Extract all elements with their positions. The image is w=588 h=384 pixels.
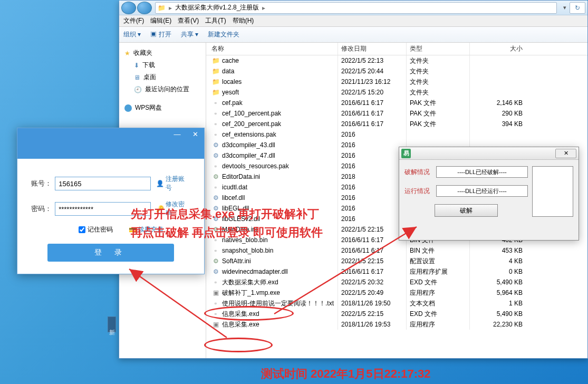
login-button[interactable]: 登 录	[47, 244, 174, 262]
menu-help[interactable]: 帮助(H)	[233, 16, 254, 25]
file-date: 2022/1/5 22:13	[338, 55, 407, 66]
dll-icon: ⚙	[211, 267, 220, 276]
close-button[interactable]: ✕	[186, 128, 204, 140]
file-row[interactable]: ▫使用说明-使用前说一定要阅读！！！.txt2018/11/26 19:50文本…	[206, 298, 587, 309]
address-dropdown[interactable]: ▾	[560, 4, 570, 11]
sidebar-item-downloads[interactable]: ⬇ 下载	[119, 59, 206, 71]
star-icon: ★	[124, 50, 130, 57]
file-name: data	[222, 68, 234, 75]
nav-back-button[interactable]	[121, 2, 136, 14]
file-type	[407, 129, 470, 140]
column-type[interactable]: 类型	[407, 43, 470, 55]
file-row[interactable]: 📁cache2022/1/5 22:13文件夹	[206, 55, 587, 66]
file-size: 5,490 KB	[470, 309, 528, 319]
file-name: 信息采集.exe	[222, 320, 259, 329]
file-row[interactable]: 📁data2022/1/5 20:44文件夹	[206, 66, 587, 76]
file-row[interactable]: ⚙SoftAttr.ini2022/1/5 22:15配置设置4 KB	[206, 256, 587, 266]
file-date: 2022/1/5 22:15	[338, 224, 407, 235]
sidebar-item-recent[interactable]: 🕘 最近访问的位置	[119, 83, 206, 95]
column-size[interactable]: 大小	[470, 43, 528, 55]
file-row[interactable]: 📁yesoft2022/1/5 15:20文件夹	[206, 87, 587, 98]
refresh-button[interactable]: ↻	[570, 2, 585, 14]
file-row[interactable]: ▫snapshot_blob.bin2016/6/11 6:17BIN 文件45…	[206, 245, 587, 256]
file-date: 2016	[338, 203, 407, 214]
file-row[interactable]: ▫cef_100_percent.pak2016/6/11 6:17PAK 文件…	[206, 108, 587, 119]
file-name: d3dcompiler_47.dll	[222, 152, 275, 159]
file-name: 使用说明-使用前说一定要阅读！！！.txt	[222, 299, 334, 308]
file-icon: ▫	[211, 109, 220, 118]
file-name: cef_extensions.pak	[222, 131, 276, 138]
file-date: 2016/6/11 6:17	[338, 119, 407, 129]
toolbar-share[interactable]: 共享 ▾	[181, 30, 198, 39]
file-row[interactable]: ▫大数据采集大师.exd2022/1/5 20:32EXD 文件5,490 KB	[206, 277, 587, 287]
file-row[interactable]: ▣信息采集.exe2018/11/26 19:53应用程序22,230 KB	[206, 319, 587, 330]
file-date: 2016	[338, 161, 407, 171]
file-icon: ▫	[211, 99, 220, 107]
user-add-icon: 👤	[156, 180, 164, 187]
login-titlebar: — ✕	[17, 128, 204, 159]
file-date: 2018/11/26 19:53	[338, 319, 407, 330]
file-name: widevinecdmadapter.dll	[222, 268, 288, 275]
file-row[interactable]: ▣破解补丁_1.vmp.exe2022/1/5 20:49应用程序5,964 K…	[206, 287, 587, 298]
file-size: 394 KB	[470, 119, 528, 129]
file-date: 2022/1/5 22:15	[338, 309, 407, 319]
file-row[interactable]: ▫cef_200_percent.pak2016/6/11 6:17PAK 文件…	[206, 119, 587, 129]
register-link[interactable]: 👤注册账号	[156, 175, 190, 193]
folder-icon: 📁	[211, 88, 220, 97]
sidebar-item-desktop[interactable]: 🖥 桌面	[119, 71, 206, 83]
menu-view[interactable]: 查看(V)	[178, 16, 199, 25]
file-type: 文件夹	[407, 87, 470, 98]
remember-checkbox[interactable]: 记住密码	[79, 225, 113, 234]
close-button[interactable]: ✕	[555, 149, 576, 158]
file-row[interactable]: 📁locales2021/11/23 16:12文件夹	[206, 76, 587, 87]
file-row[interactable]: ▫cef_extensions.pak2016	[206, 129, 587, 140]
column-date[interactable]: 修改日期	[338, 43, 407, 55]
address-text: 大数据采集大师v1.2.8_注册版	[175, 3, 259, 12]
file-name: cef.pak	[222, 99, 243, 107]
file-type: EXD 文件	[407, 309, 470, 319]
file-icon: ▫	[211, 130, 220, 139]
dll-icon: ⚙	[211, 151, 220, 160]
menu-tools[interactable]: 工具(T)	[205, 16, 226, 25]
file-date: 2018/11/26 19:50	[338, 298, 407, 309]
file-date: 2022/1/5 20:32	[338, 277, 407, 287]
file-date: 2022/1/5 15:20	[338, 87, 407, 98]
file-row[interactable]: ▫cef.pak2016/6/11 6:17PAK 文件2,146 KB	[206, 98, 587, 108]
file-type: 配置设置	[407, 256, 470, 266]
sidebar-wps-header[interactable]: WPS网盘	[119, 102, 206, 114]
file-size	[470, 76, 528, 87]
file-date: 2016	[338, 150, 407, 161]
file-date: 2022/1/5 20:44	[338, 66, 407, 76]
file-date: 2016	[338, 140, 407, 150]
menu-file[interactable]: 文件(F)	[123, 16, 144, 25]
crack-button[interactable]: 破解	[435, 204, 498, 217]
file-name: yesoft	[222, 89, 239, 96]
titlebar: 📁 ▸ 大数据采集大师v1.2.8_注册版 ▸ ▾ ↻	[119, 1, 587, 15]
file-date: 2021/11/23 16:12	[338, 76, 407, 87]
file-date: 2016	[338, 129, 407, 140]
nav-forward-button[interactable]	[137, 2, 152, 14]
toolbar-new-folder[interactable]: 新建文件夹	[208, 30, 239, 39]
sidebar-favorites-header[interactable]: ★ 收藏夹	[119, 47, 206, 59]
file-row[interactable]: ⚙widevinecdmadapter.dll2016/6/11 6:17应用程…	[206, 266, 587, 277]
file-size: 2,146 KB	[470, 98, 528, 108]
file-type: 应用程序	[407, 319, 470, 330]
account-input[interactable]	[55, 177, 151, 190]
toolbar-open[interactable]: ▣ 打开	[150, 30, 171, 39]
column-name[interactable]: 名称	[206, 43, 338, 55]
file-size: 1 KB	[470, 298, 528, 309]
file-name: EditorData.ini	[222, 173, 260, 180]
login-dialog: — ✕ 账号： 👤注册账号 密码： 🔑修改密码 记住密码 💳续费充值 登 录	[17, 128, 205, 274]
file-size	[470, 55, 528, 66]
minimize-button[interactable]: —	[168, 128, 186, 140]
file-date: 2022/1/5 20:49	[338, 287, 407, 298]
file-name: SoftAttr.ini	[222, 257, 251, 265]
recent-icon: 🕘	[134, 86, 142, 93]
menu-edit[interactable]: 编辑(E)	[150, 16, 171, 25]
address-bar[interactable]: 📁 ▸ 大数据采集大师v1.2.8_注册版 ▸	[155, 2, 557, 14]
file-date: 2016/6/11 6:17	[338, 266, 407, 277]
file-row[interactable]: ▫信息采集.exd2022/1/5 22:15EXD 文件5,490 KB	[206, 309, 587, 319]
toolbar-organize[interactable]: 组织 ▾	[123, 30, 141, 39]
file-type: BIN 文件	[407, 245, 470, 256]
app-icon: 易	[401, 149, 411, 158]
